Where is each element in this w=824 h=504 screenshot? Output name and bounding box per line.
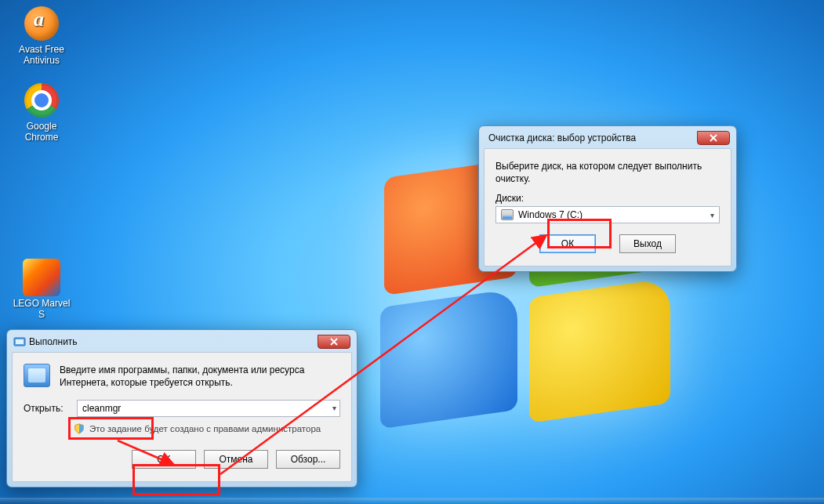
drive-combobox[interactable]: Windows 7 (C:) ▾ <box>495 206 720 223</box>
desktop-icon-avast[interactable]: Avast Free Antivirus <box>11 5 72 66</box>
cleanup-titlebar[interactable]: Очистка диска: выбор устройства <box>484 131 731 148</box>
desktop-icon-label: Avast Free Antivirus <box>11 44 72 66</box>
chrome-icon <box>23 82 60 119</box>
admin-note-row: Это задание будет создано с правами адми… <box>74 423 340 434</box>
browse-button[interactable]: Обзор... <box>276 450 340 469</box>
open-combobox[interactable]: cleanmgr ▾ <box>77 400 340 417</box>
close-button[interactable] <box>318 335 350 349</box>
avast-icon <box>23 5 60 42</box>
taskbar[interactable] <box>0 498 824 504</box>
desktop-icon-lego[interactable]: LEGO Marvel S <box>11 259 72 320</box>
open-value: cleanmgr <box>82 403 121 414</box>
desktop-icon-chrome[interactable]: Google Chrome <box>11 82 72 143</box>
drive-icon <box>501 209 514 220</box>
cancel-button[interactable]: Отмена <box>204 450 268 469</box>
close-icon <box>709 134 718 142</box>
run-dialog-window: Выполнить Введите имя программы, папки, … <box>6 329 358 488</box>
desktop-icon-label: LEGO Marvel S <box>11 298 72 320</box>
drive-value: Windows 7 (C:) <box>518 209 583 220</box>
run-title-text: Выполнить <box>26 336 318 347</box>
admin-note-text: Это задание будет создано с правами адми… <box>89 424 321 433</box>
run-program-icon <box>24 364 50 387</box>
lego-icon <box>23 259 60 296</box>
run-title-icon <box>13 335 26 348</box>
chevron-down-icon: ▾ <box>332 404 336 412</box>
svg-rect-1 <box>16 339 24 344</box>
run-description: Введите имя программы, папки, документа … <box>60 364 340 389</box>
close-icon <box>329 338 339 346</box>
chevron-down-icon: ▾ <box>710 211 714 219</box>
ok-button[interactable]: ОК <box>539 234 596 253</box>
cleanup-title-text: Очистка диска: выбор устройства <box>485 132 698 143</box>
open-label: Открыть: <box>24 403 71 414</box>
run-titlebar[interactable]: Выполнить <box>12 335 352 352</box>
close-button[interactable] <box>697 131 730 145</box>
shield-icon <box>74 423 85 434</box>
cleanup-instruction: Выберите диск, на котором следует выполн… <box>495 160 720 185</box>
ok-button[interactable]: OK <box>132 450 196 469</box>
exit-button[interactable]: Выход <box>619 234 676 253</box>
desktop-icon-label: Google Chrome <box>11 121 72 143</box>
cleanup-dialog-window: Очистка диска: выбор устройства Выберите… <box>478 125 737 272</box>
drive-label: Диски: <box>495 193 720 204</box>
